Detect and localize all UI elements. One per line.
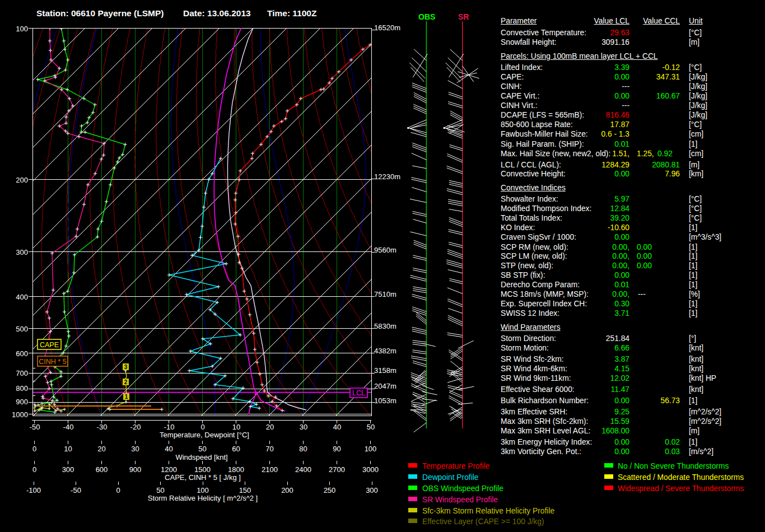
svg-text:LCL: LCL <box>352 389 365 397</box>
svg-text:2: 2 <box>124 379 128 385</box>
svg-text:1: 1 <box>125 394 128 400</box>
svg-text:3: 3 <box>124 364 128 370</box>
svg-text:CINH * 5: CINH * 5 <box>39 358 66 366</box>
svg-text:CAPE: CAPE <box>40 341 59 349</box>
